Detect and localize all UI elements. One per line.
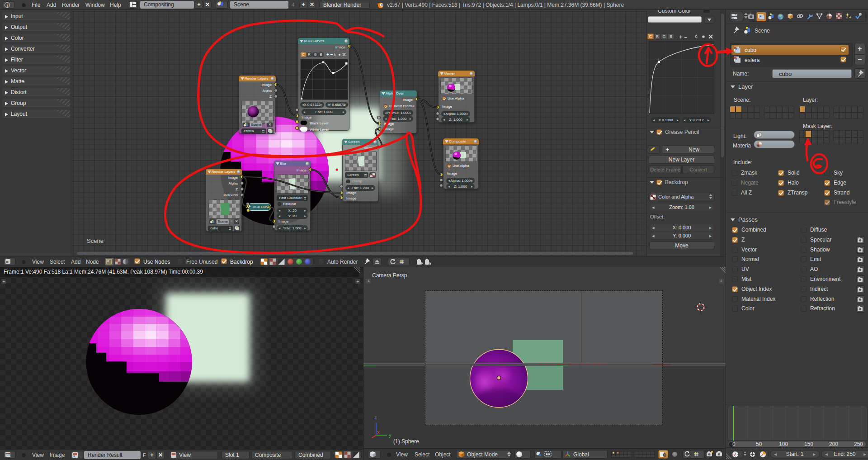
svg-text:y: y xyxy=(389,432,392,438)
svg-text:x: x xyxy=(377,429,380,435)
svg-text:z: z xyxy=(374,415,377,420)
